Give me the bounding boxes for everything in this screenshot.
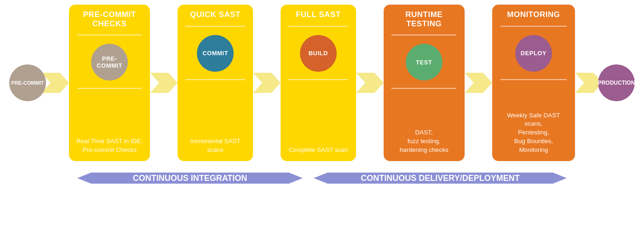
divider-2 [288,26,348,27]
ci-label: CONTINUOUS INTEGRATION [133,174,247,183]
divider-0 [77,35,142,35]
divider-3b [391,88,456,89]
pre-commit-circle: PRE-COMMIT [9,64,46,101]
desc-full: Complete SAST scan [287,146,350,155]
pipeline-row: PRE-COMMIT PRE-COMMITCHECKS PRE-COMMIT R… [9,5,635,161]
divider-3 [391,35,456,35]
svg-marker-9 [553,173,567,184]
pre-commit-label: PRE-COMMIT [12,80,44,86]
svg-marker-4 [465,73,492,93]
production-label: PRODUCTION [598,80,635,86]
circle-commit: COMMIT [197,35,234,72]
stage-quick-title: QUICK SAST [190,10,241,19]
divider-4 [500,26,567,27]
stage-quick-sast: QUICK SAST COMMIT Incremental SAST scans [178,5,253,161]
chevron-icon-4 [465,73,492,93]
arrow-4 [465,73,492,93]
cd-label: CONTINUOUS DELIVERY/DEPLOYMENT [361,174,519,183]
divider-2b [288,79,348,80]
svg-marker-7 [289,173,303,184]
stage-pre-commit-title: PRE-COMMITCHECKS [83,10,136,28]
desc-pre-commit: Real Time SAST in IDE,Pre-commit Checks [75,137,144,155]
stage-pre-commit: PRE-COMMITCHECKS PRE-COMMIT Real Time SA… [69,5,150,161]
bottom-arrows-row: CONTINUOUS INTEGRATION CONTINUOUS DELIVE… [9,166,635,191]
stage-full-title: FULL SAST [296,10,341,19]
stage-monitoring: MONITORING DEPLOY Weekly Safe DAST scans… [492,5,575,161]
divider-1 [185,26,245,27]
desc-runtime: DAST,fuzz testing,hardening checks [398,128,450,155]
arrow-3 [356,73,384,93]
ci-arrow: CONTINUOUS INTEGRATION [77,166,303,191]
main-container: PRE-COMMIT PRE-COMMITCHECKS PRE-COMMIT R… [9,5,635,191]
arrow-2 [253,73,281,93]
chevron-icon-1 [150,73,178,93]
circle-test: TEST [406,44,443,81]
stage-runtime-title: RUNTIME TESTING [388,10,460,28]
arrow-1 [150,73,178,93]
svg-marker-2 [253,73,281,93]
production-circle: PRODUCTION [598,64,635,101]
divider-1b [185,79,245,80]
stage-runtime-testing: RUNTIME TESTING TEST DAST,fuzz testing,h… [384,5,465,161]
circle-pre-commit: PRE-COMMIT [91,44,128,81]
stage-full-sast: FULL SAST BUILD Complete SAST scan [281,5,356,161]
desc-quick: Incremental SAST scans [182,137,248,155]
circle-build: BUILD [300,35,337,72]
svg-marker-3 [356,73,384,93]
stage-monitoring-title: MONITORING [507,10,560,19]
divider-4b [500,79,567,80]
divider-0b [77,88,142,89]
chevron-icon-3 [356,73,384,93]
cd-arrow: CONTINUOUS DELIVERY/DEPLOYMENT [314,166,567,191]
chevron-icon-2 [253,73,281,93]
circle-deploy: DEPLOY [515,35,552,72]
desc-monitoring: Weekly Safe DAST scans,Pentesting,Bug Bo… [497,111,570,155]
svg-marker-1 [150,73,178,93]
